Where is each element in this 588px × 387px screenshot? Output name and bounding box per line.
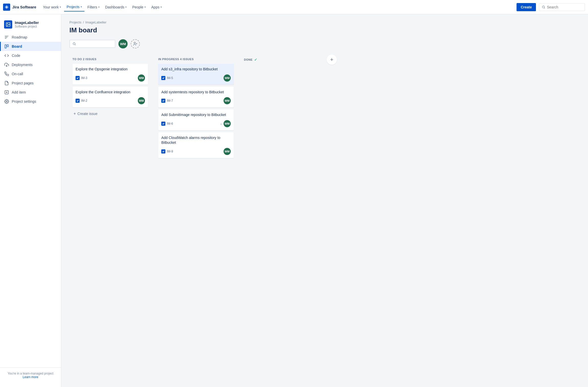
search-icon (542, 5, 545, 9)
card-checkbox (161, 76, 165, 80)
sidebar-item-roadmap[interactable]: Roadmap (0, 33, 61, 42)
sidebar-project-type: Software project (15, 25, 39, 28)
project-icon (4, 20, 12, 29)
sidebar: ImageLabeller Software project Roadmap B… (0, 14, 61, 387)
sidebar-item-project-settings[interactable]: Project settings (0, 97, 61, 106)
jira-logo-icon (3, 4, 10, 11)
sidebar-item-code[interactable]: Code (0, 51, 61, 60)
sidebar-footer: You're in a team-managed project Learn m… (0, 367, 61, 383)
done-check-icon: ✓ (254, 58, 258, 62)
chevron-down-icon: ▾ (60, 6, 61, 8)
priority-icon: ⬦ (220, 122, 222, 126)
svg-point-12 (73, 43, 75, 45)
board-columns: TO DO 2 ISSUES Explore the Opsgenie inte… (69, 55, 582, 163)
svg-point-14 (134, 42, 136, 44)
card-avatar: WM (224, 74, 231, 82)
chevron-down-icon: ▾ (125, 6, 127, 8)
sidebar-item-add-item[interactable]: Add item (0, 88, 61, 97)
board-toolbar: WM (69, 39, 582, 48)
card-avatar: WM (224, 97, 231, 104)
page-layout: ImageLabeller Software project Roadmap B… (0, 14, 588, 387)
app-name: Jira Software (12, 5, 36, 9)
chevron-down-icon: ▾ (161, 6, 162, 8)
nav-dashboards[interactable]: Dashboards ▾ (103, 3, 129, 11)
chevron-down-icon: ▾ (81, 5, 82, 8)
add-column-button[interactable]: + (327, 55, 337, 65)
nav-filters[interactable]: Filters ▾ (85, 3, 102, 11)
chevron-down-icon: ▾ (98, 6, 100, 8)
roadmap-icon (4, 35, 9, 40)
search-input[interactable] (547, 5, 578, 9)
board-icon (4, 44, 9, 49)
create-button[interactable]: Create (517, 3, 536, 11)
column-inprogress: IN PROGRESS 4 ISSUES Add s3_infra reposi… (155, 55, 237, 163)
nav-apps[interactable]: Apps ▾ (149, 3, 164, 11)
svg-line-2 (544, 8, 545, 8)
main-nav: Your work ▾ Projects ▾ Filters ▾ Dashboa… (40, 3, 517, 11)
add-avatar-button[interactable] (131, 39, 140, 48)
sidebar-nav: Roadmap Board Code Deployments (0, 33, 61, 367)
column-inprogress-header: IN PROGRESS 4 ISSUES (158, 58, 234, 61)
card-im5[interactable]: Add s3_infra repository to Bitbucket IM-… (158, 64, 234, 85)
add-person-icon (133, 42, 138, 46)
breadcrumb-separator: / (83, 20, 84, 24)
image-icon (6, 22, 11, 27)
sidebar-item-board[interactable]: Board (0, 42, 61, 51)
board-search-box (69, 40, 115, 48)
card-checkbox (76, 76, 80, 80)
sidebar-item-project-pages[interactable]: Project pages (0, 79, 61, 88)
main-content: Projects / ImageLabeller IM board WM TO … (61, 14, 588, 387)
board-filter-input[interactable] (78, 42, 111, 46)
svg-point-4 (7, 23, 8, 24)
app-logo[interactable]: Jira Software (3, 4, 36, 11)
card-avatar: WM (138, 97, 145, 104)
card-checkbox (161, 122, 165, 126)
oncall-icon (4, 71, 9, 76)
search-icon (72, 42, 76, 46)
create-issue-button[interactable]: + Create issue (72, 109, 148, 118)
column-done: DONE ✓ (241, 55, 323, 68)
card-im7[interactable]: Add systemtests repository to Bitbucket … (158, 87, 234, 108)
nav-your-work[interactable]: Your work ▾ (40, 3, 64, 11)
deployments-icon (4, 62, 9, 67)
card-checkbox (161, 149, 165, 153)
card-checkbox (161, 99, 165, 103)
card-avatar: WM (138, 74, 145, 82)
top-navigation: Jira Software Your work ▾ Projects ▾ Fil… (0, 0, 588, 14)
page-title: IM board (69, 26, 582, 34)
nav-people[interactable]: People ▾ (130, 3, 148, 11)
sidebar-item-deployments[interactable]: Deployments (0, 60, 61, 69)
breadcrumb: Projects / ImageLabeller (69, 20, 582, 24)
card-im6[interactable]: Add SubmitImage repository to Bitbucket … (158, 109, 234, 130)
card-im3[interactable]: Explore the Opsgenie integration IM-3 WM (72, 64, 148, 85)
project-pages-icon (4, 81, 9, 86)
chevron-down-icon: ▾ (144, 6, 146, 8)
plus-icon: + (74, 111, 76, 116)
column-todo: TO DO 2 ISSUES Explore the Opsgenie inte… (69, 55, 151, 121)
card-checkbox (76, 99, 80, 103)
breadcrumb-imagelabeller[interactable]: ImageLabeller (85, 20, 106, 24)
sidebar-learn-more-link[interactable]: Learn more (23, 375, 38, 379)
nav-projects[interactable]: Projects ▾ (64, 3, 84, 11)
card-im9[interactable]: Add CloudWatch alarms repository to Bitb… (158, 132, 234, 158)
add-item-icon (4, 90, 9, 95)
sidebar-project-name: ImageLabeller (15, 21, 39, 25)
user-avatar-wm[interactable]: WM (118, 39, 128, 48)
svg-rect-6 (7, 45, 8, 47)
column-done-header: DONE ✓ (244, 58, 320, 62)
card-avatar: WM (224, 148, 231, 155)
sidebar-project: ImageLabeller Software project (0, 18, 61, 33)
svg-line-13 (75, 45, 76, 45)
search-box (539, 3, 585, 11)
breadcrumb-projects[interactable]: Projects (69, 20, 81, 24)
card-im2[interactable]: Explore the Confluence integration IM-2 … (72, 87, 148, 108)
column-todo-header: TO DO 2 ISSUES (72, 58, 148, 61)
sidebar-item-oncall[interactable]: On-call (0, 69, 61, 79)
settings-icon (4, 99, 9, 104)
svg-point-1 (542, 6, 544, 8)
code-icon (4, 53, 9, 58)
card-avatar: WM (224, 120, 231, 127)
svg-rect-5 (5, 45, 6, 48)
svg-point-11 (6, 101, 7, 102)
